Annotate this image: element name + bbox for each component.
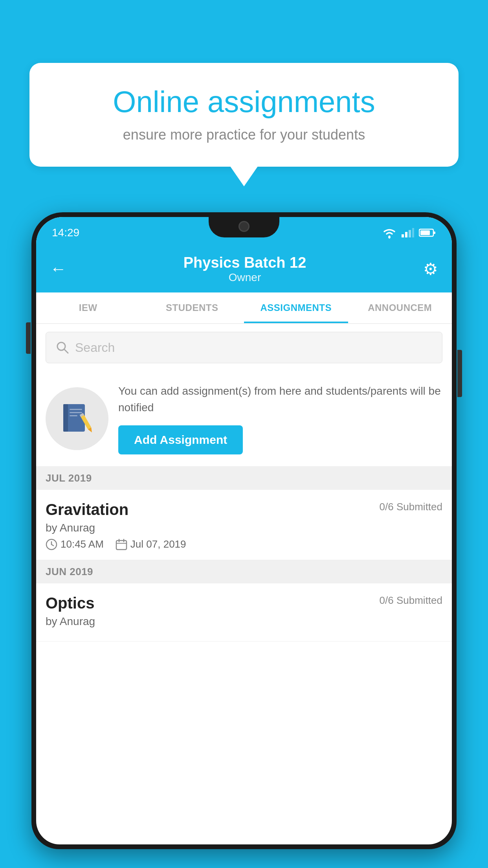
svg-rect-1 bbox=[402, 234, 404, 237]
tab-iew[interactable]: IEW bbox=[36, 292, 140, 323]
svg-rect-4 bbox=[412, 228, 414, 237]
promo-description: You can add assignment(s) from here and … bbox=[118, 383, 442, 416]
svg-rect-11 bbox=[63, 404, 68, 432]
search-bar[interactable]: Search bbox=[46, 332, 442, 363]
assignment-submitted-gravitation: 0/6 Submitted bbox=[380, 501, 442, 513]
assignment-meta-gravitation: 10:45 AM Jul 07, 2019 bbox=[46, 538, 442, 550]
svg-rect-12 bbox=[70, 409, 82, 410]
assignment-title-optics: Optics bbox=[46, 594, 94, 612]
status-icons bbox=[382, 227, 436, 239]
section-header-jun: JUN 2019 bbox=[36, 560, 452, 583]
assignment-by-optics: by Anurag bbox=[46, 615, 442, 628]
promo-icon-circle bbox=[46, 387, 108, 450]
bubble-subtitle: ensure more practice for your students bbox=[57, 127, 431, 143]
add-assignment-button[interactable]: Add Assignment bbox=[118, 425, 243, 454]
phone-notch bbox=[209, 217, 279, 237]
phone-mockup: 14:29 bbox=[31, 212, 457, 868]
phone-volume-button bbox=[26, 322, 31, 354]
search-icon bbox=[56, 341, 69, 354]
assignment-item-optics[interactable]: Optics 0/6 Submitted by Anurag bbox=[36, 583, 452, 642]
svg-rect-6 bbox=[433, 232, 435, 234]
search-bar-container: Search bbox=[36, 324, 452, 371]
svg-rect-3 bbox=[409, 230, 411, 237]
svg-rect-14 bbox=[70, 415, 77, 416]
assignment-date-value: Jul 07, 2019 bbox=[130, 538, 186, 550]
promo-text-group: You can add assignment(s) from here and … bbox=[118, 383, 442, 454]
assignment-date: Jul 07, 2019 bbox=[116, 538, 186, 550]
svg-rect-7 bbox=[420, 230, 430, 235]
search-placeholder: Search bbox=[75, 340, 115, 355]
assignment-title-gravitation: Gravitation bbox=[46, 501, 128, 519]
notebook-icon bbox=[59, 401, 95, 436]
wifi-icon bbox=[382, 227, 397, 239]
assignment-time-value: 10:45 AM bbox=[61, 538, 104, 550]
header-title-group: Physics Batch 12 Owner bbox=[183, 254, 306, 284]
svg-point-0 bbox=[388, 236, 391, 238]
front-camera bbox=[238, 221, 250, 232]
section-header-jul: JUL 2019 bbox=[36, 467, 452, 490]
svg-rect-2 bbox=[405, 232, 407, 237]
assignment-submitted-optics: 0/6 Submitted bbox=[380, 594, 442, 607]
svg-line-20 bbox=[51, 544, 53, 546]
assignment-item-gravitation[interactable]: Gravitation 0/6 Submitted by Anurag bbox=[36, 490, 452, 560]
clock-icon bbox=[46, 539, 57, 550]
phone-power-button bbox=[457, 350, 462, 397]
assignment-by-gravitation: by Anurag bbox=[46, 522, 442, 534]
calendar-icon bbox=[116, 539, 127, 550]
tab-students[interactable]: STUDENTS bbox=[140, 292, 244, 323]
content-area: Search bbox=[36, 324, 452, 642]
batch-role: Owner bbox=[183, 271, 306, 284]
speech-bubble: Online assignments ensure more practice … bbox=[29, 63, 459, 167]
status-time: 14:29 bbox=[52, 226, 79, 239]
battery-icon bbox=[419, 228, 436, 237]
svg-rect-13 bbox=[70, 412, 82, 413]
assignment-time: 10:45 AM bbox=[46, 538, 104, 550]
app-header: ← Physics Batch 12 Owner ⚙ bbox=[36, 245, 452, 292]
tab-announcements[interactable]: ANNOUNCEM bbox=[348, 292, 452, 323]
batch-title: Physics Batch 12 bbox=[183, 254, 306, 271]
tabs-bar: IEW STUDENTS ASSIGNMENTS ANNOUNCEM bbox=[36, 292, 452, 324]
svg-rect-21 bbox=[116, 541, 127, 550]
signal-icon bbox=[402, 228, 414, 237]
back-button[interactable]: ← bbox=[50, 259, 66, 278]
svg-line-9 bbox=[64, 349, 68, 353]
promo-card: You can add assignment(s) from here and … bbox=[36, 371, 452, 467]
bubble-title: Online assignments bbox=[57, 85, 431, 119]
settings-button[interactable]: ⚙ bbox=[423, 259, 438, 279]
tab-assignments[interactable]: ASSIGNMENTS bbox=[244, 292, 348, 323]
